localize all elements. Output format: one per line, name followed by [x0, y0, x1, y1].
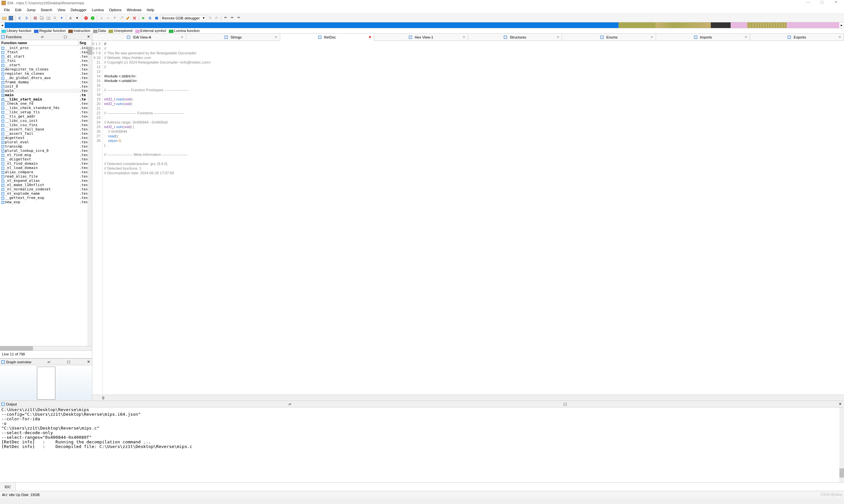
arrow-up-icon[interactable] [59, 15, 65, 21]
table-row[interactable]: f__tls_get_addr.tex [0, 114, 92, 119]
menu-help[interactable]: Help [144, 7, 157, 13]
close-icon[interactable]: ✖ [368, 35, 371, 39]
close-icon[interactable]: ✕ [463, 35, 465, 39]
tab-ida-view-a[interactable]: IDA View-A✕ [92, 34, 186, 40]
table-row[interactable]: fmain.te [0, 93, 92, 97]
table-row[interactable]: f__start.tex [0, 63, 92, 67]
table-row[interactable]: f__gettext_free_exp.tex [0, 196, 92, 200]
navigation-bar[interactable]: ◂ ▸ [0, 22, 844, 28]
menu-jump[interactable]: Jump [24, 7, 38, 13]
functions-vscrollbar[interactable] [87, 47, 92, 346]
table-row[interactable]: f__libc_csu_fini.tex [0, 123, 92, 127]
nav-left-icon[interactable]: ◂ [0, 22, 5, 28]
table-row[interactable]: f__dcigettext.tex [0, 157, 92, 161]
table-row[interactable]: fnew_exp.tex [0, 200, 92, 204]
table-row[interactable]: f__do_global_dtors_aux.tex [0, 76, 92, 80]
table-row[interactable]: fdcgettext.tex [0, 136, 92, 140]
close-icon[interactable]: ✕ [181, 35, 183, 39]
db1-icon[interactable] [223, 15, 228, 21]
functions-hscrollbar[interactable] [0, 346, 92, 350]
menu-debugger[interactable]: Debugger [68, 7, 89, 13]
play-icon[interactable] [140, 15, 147, 21]
clone-icon[interactable] [46, 15, 51, 21]
nav-segment[interactable] [5, 22, 619, 28]
nav-right-icon[interactable]: ▸ [839, 22, 844, 28]
db2-icon[interactable] [229, 15, 235, 21]
table-row[interactable]: f__assert_fail_base.tex [0, 127, 92, 131]
close-icon[interactable]: ✕ [556, 35, 559, 39]
x-red-icon[interactable] [132, 15, 137, 21]
output-body[interactable]: C:\Users\zz1t\Desktop\Reverse\mips --con… [0, 408, 844, 482]
menu-lumina[interactable]: Lumina [89, 7, 106, 13]
nav-segment[interactable] [730, 22, 747, 28]
step-into-icon[interactable] [99, 15, 104, 21]
table-row[interactable]: ftranscmp.tex [0, 144, 92, 148]
tab-hex-view-1[interactable]: Hex View-1✕ [374, 34, 468, 40]
panel-dock-icon[interactable]: ▢ [63, 35, 68, 39]
table-row[interactable]: fderegister_tm_clones.tex [0, 67, 92, 71]
table-row[interactable]: f__libc_csu_init.tex [0, 119, 92, 123]
table-row[interactable]: f_nl_find_domain.tex [0, 161, 92, 166]
tab-strings[interactable]: Strings✕ [186, 34, 280, 40]
table-row[interactable]: fplural_lookup_isra_0.tex [0, 148, 92, 153]
nav-segment[interactable] [619, 22, 711, 28]
functions-col-name[interactable]: Function name [0, 40, 78, 46]
table-row[interactable]: f_nl_normalize_codeset.tex [0, 187, 92, 192]
table-row[interactable]: falias_compare.tex [0, 170, 92, 174]
table-row[interactable]: f_nl_make_l10nflist.tex [0, 183, 92, 187]
close-icon[interactable]: ✕ [275, 35, 277, 39]
close-icon[interactable]: ✕ [744, 35, 747, 39]
nav-segment[interactable] [711, 22, 730, 28]
pause-icon[interactable] [147, 15, 153, 21]
code-body[interactable]: // // // This file was generated by the … [103, 41, 844, 395]
refresh2-icon[interactable] [214, 15, 220, 21]
db3-icon[interactable] [236, 15, 242, 21]
panel-close-icon[interactable]: ✕ [838, 402, 843, 406]
close-icon[interactable]: ✕ [651, 35, 653, 39]
green-dot-icon[interactable] [90, 15, 96, 21]
table-row[interactable]: f__libc_setup_tls.tex [0, 110, 92, 114]
panel-float-icon[interactable]: ▱ [47, 360, 51, 364]
graph-overview[interactable] [0, 365, 92, 400]
save-icon[interactable] [8, 15, 14, 21]
menu-file[interactable]: File [1, 7, 13, 13]
table-row[interactable]: f_fini.tex [0, 59, 92, 63]
table-row[interactable]: f_ftext.tex [0, 50, 92, 54]
text-dropdown-icon[interactable]: ▾ [74, 15, 80, 21]
table-row[interactable]: f_check_one_fd.tex [0, 102, 92, 106]
table-row[interactable]: fframe_dummy.tex [0, 80, 92, 84]
pencil-icon[interactable] [125, 15, 131, 21]
stop-sign-icon[interactable] [83, 15, 89, 21]
maximize-button[interactable]: ▢ [815, 0, 829, 6]
table-row[interactable]: fread_alias_file.tex [0, 174, 92, 179]
tab-structures[interactable]: Structures✕ [468, 34, 562, 40]
menu-search[interactable]: Search [38, 7, 55, 13]
table-row[interactable]: fvuln.tex [0, 89, 92, 93]
tag-icon[interactable] [32, 15, 38, 21]
search-next-icon[interactable] [52, 15, 58, 21]
step-over-icon[interactable] [105, 15, 111, 21]
panel-close-icon[interactable]: ✕ [86, 35, 91, 39]
refresh-icon[interactable] [207, 15, 213, 21]
table-row[interactable]: fplural_eval.tex [0, 140, 92, 144]
table-row[interactable]: f_nl_explode_name.tex [0, 192, 92, 196]
idc-button[interactable]: IDC [0, 483, 16, 491]
minimize-button[interactable]: — [801, 0, 815, 6]
copy-icon[interactable] [39, 15, 45, 21]
step-out-icon[interactable] [112, 15, 118, 21]
wrench-icon[interactable] [118, 15, 124, 21]
menu-options[interactable]: Options [106, 7, 124, 13]
table-row[interactable]: f_dl_start.tex [0, 54, 92, 59]
menu-windows[interactable]: Windows [124, 7, 144, 13]
panel-dock-icon[interactable]: ▢ [66, 360, 71, 364]
table-row[interactable]: f_nl_find_msg.tex [0, 153, 92, 157]
close-button[interactable]: ✕ [829, 0, 843, 6]
nav-segment[interactable] [787, 22, 839, 28]
idc-input[interactable] [16, 483, 844, 491]
panel-float-icon[interactable]: ▱ [288, 402, 292, 406]
functions-col-seg[interactable]: Seg [78, 40, 92, 46]
forward-icon[interactable] [23, 15, 29, 21]
open-icon[interactable] [1, 15, 7, 21]
functions-table[interactable]: Function name Seg f__init_proc.inif_ftex… [0, 40, 92, 204]
panel-dock-icon[interactable]: ▢ [563, 402, 567, 406]
